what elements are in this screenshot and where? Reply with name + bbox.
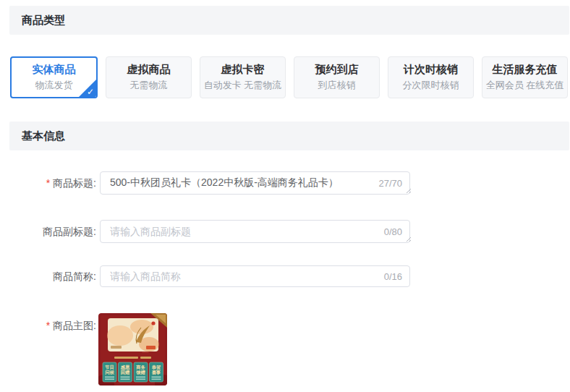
label-product-title: *商品标题: bbox=[0, 171, 96, 195]
gift-card-image: 节日 问候 感恩 回赠 商务 馈赠 恭贺 bbox=[98, 313, 167, 385]
product-type-card-life-service[interactable]: 生活服务充值 全网会员 在线充值 bbox=[482, 56, 568, 98]
product-main-image-thumbnail[interactable]: 节日 问候 感恩 回赠 商务 馈赠 恭贺 bbox=[98, 313, 167, 385]
svg-text:馈赠: 馈赠 bbox=[135, 370, 145, 375]
product-title-field: 27/70 bbox=[100, 171, 410, 195]
product-type-card-count-verify[interactable]: 计次时核销 分次限时核销 bbox=[388, 56, 474, 98]
required-asterisk: * bbox=[46, 320, 50, 331]
product-title-input[interactable] bbox=[101, 172, 409, 194]
product-edit-page: 商品类型 实体商品 物流发货 ✓ 虚拟商品 无需物流 虚拟卡密 自动发卡 无需物… bbox=[0, 0, 570, 392]
label-product-subtitle: 商品副标题: bbox=[0, 220, 96, 243]
card-title: 虚拟卡密 bbox=[221, 63, 265, 77]
resize-grip-icon[interactable] bbox=[404, 187, 412, 194]
svg-text:喜事: 喜事 bbox=[151, 370, 161, 375]
section-header-product-type: 商品类型 bbox=[9, 6, 569, 35]
card-subtitle: 到店核销 bbox=[318, 79, 356, 92]
card-title: 预约到店 bbox=[315, 63, 359, 77]
card-subtitle: 自动发卡 无需物流 bbox=[204, 79, 282, 92]
badge-4: 恭贺 喜事 bbox=[150, 362, 163, 382]
required-asterisk: * bbox=[46, 177, 50, 189]
label-product-short-name: 商品简称: bbox=[0, 265, 96, 287]
label-product-main-image: *商品主图: bbox=[0, 318, 96, 333]
card-title: 计次时核销 bbox=[404, 63, 458, 77]
product-short-name-input[interactable] bbox=[101, 266, 409, 286]
product-type-card-reservation[interactable]: 预约到店 到店核销 bbox=[294, 56, 380, 98]
product-type-card-physical[interactable]: 实体商品 物流发货 ✓ bbox=[10, 56, 98, 98]
badge-1: 节日 问候 bbox=[103, 362, 116, 382]
badge-3: 商务 馈赠 bbox=[134, 362, 148, 382]
product-subtitle-input[interactable] bbox=[101, 221, 409, 242]
card-title: 虚拟商品 bbox=[127, 63, 171, 77]
svg-text:回赠: 回赠 bbox=[121, 370, 130, 375]
svg-text:问候: 问候 bbox=[105, 370, 114, 375]
card-subtitle: 物流发货 bbox=[35, 79, 73, 92]
section-header-basic-info: 基本信息 bbox=[9, 122, 569, 150]
badge-2: 感恩 回赠 bbox=[119, 362, 132, 382]
card-subtitle: 全网会员 在线充值 bbox=[486, 79, 564, 92]
card-subtitle: 无需物流 bbox=[130, 79, 168, 92]
product-type-card-list: 实体商品 物流发货 ✓ 虚拟商品 无需物流 虚拟卡密 自动发卡 无需物流 预约到… bbox=[10, 56, 568, 98]
card-title: 实体商品 bbox=[33, 63, 76, 77]
card-title: 生活服务充值 bbox=[493, 63, 558, 77]
check-icon: ✓ bbox=[87, 88, 94, 96]
section-title-basic-info: 基本信息 bbox=[22, 129, 65, 143]
product-short-name-field: 0/16 bbox=[100, 265, 410, 287]
section-title-product-type: 商品类型 bbox=[22, 14, 65, 27]
product-type-card-card-key[interactable]: 虚拟卡密 自动发卡 无需物流 bbox=[200, 56, 286, 98]
resize-grip-icon[interactable] bbox=[404, 235, 412, 242]
product-type-card-virtual[interactable]: 虚拟商品 无需物流 bbox=[106, 56, 192, 98]
card-subtitle: 分次限时核销 bbox=[403, 79, 459, 92]
product-subtitle-field: 0/80 bbox=[100, 220, 410, 243]
